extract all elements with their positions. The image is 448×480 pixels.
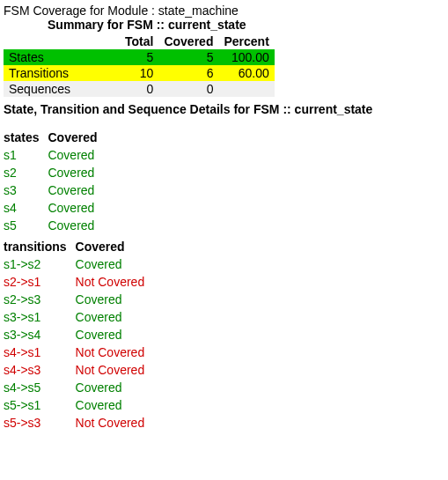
summary-percent [218,81,274,97]
summary-header-covered: Covered [158,33,218,49]
detail-name: s4->s3 [4,361,76,379]
transition-row: s2->s3Covered [4,291,153,308]
summary-label: States [4,49,120,65]
summary-covered: 5 [158,49,218,65]
detail-name: s3 [4,181,48,199]
detail-status: Not Covered [76,343,154,361]
states-col-name: states [4,129,48,146]
summary-total: 0 [120,81,158,97]
detail-status: Not Covered [76,273,154,291]
summary-row: Transitions10660.00 [4,65,275,81]
detail-name: s5->s3 [4,414,76,432]
detail-status: Covered [48,164,106,181]
detail-status: Covered [76,396,154,414]
detail-status: Covered [48,181,106,199]
transition-row: s3->s1Covered [4,308,153,326]
detail-status: Not Covered [76,361,154,379]
states-col-covered: Covered [48,129,106,146]
states-table: states Covered s1Covereds2Covereds3Cover… [4,129,106,234]
fsm-summary-title: Summary for FSM :: current_state [4,18,444,32]
transition-row: s4->s1Not Covered [4,343,153,361]
detail-name: s1->s2 [4,255,76,273]
transitions-table: transitions Covered s1->s2Covereds2->s1N… [4,238,153,432]
summary-header-total: Total [120,33,158,49]
transitions-col-name: transitions [4,238,76,255]
summary-header-blank [4,33,120,49]
summary-table: Total Covered Percent States55100.00Tran… [4,33,275,97]
summary-label: Transitions [4,65,120,81]
summary-percent: 60.00 [218,65,274,81]
detail-name: s5 [4,217,48,234]
detail-name: s2->s1 [4,273,76,291]
detail-name: s3->s1 [4,308,76,326]
state-row: s2Covered [4,164,106,181]
detail-name: s5->s1 [4,396,76,414]
detail-status: Covered [76,308,154,326]
detail-name: s4->s1 [4,343,76,361]
transition-row: s4->s3Not Covered [4,361,153,379]
state-row: s1Covered [4,146,106,164]
transitions-col-covered: Covered [76,238,154,255]
summary-total: 10 [120,65,158,81]
detail-status: Covered [48,217,106,234]
summary-total: 5 [120,49,158,65]
detail-name: s4->s5 [4,379,76,396]
detail-status: Covered [76,291,154,308]
transition-row: s5->s3Not Covered [4,414,153,432]
details-header: State, Transition and Sequence Details f… [4,102,444,116]
summary-percent: 100.00 [218,49,274,65]
summary-row: Sequences00 [4,81,275,97]
transition-row: s3->s4Covered [4,326,153,343]
summary-label: Sequences [4,81,120,97]
state-row: s5Covered [4,217,106,234]
detail-name: s2->s3 [4,291,76,308]
detail-status: Covered [76,255,154,273]
transition-row: s1->s2Covered [4,255,153,273]
detail-name: s2 [4,164,48,181]
state-row: s4Covered [4,199,106,217]
detail-name: s3->s4 [4,326,76,343]
summary-covered: 6 [158,65,218,81]
summary-header-percent: Percent [218,33,274,49]
detail-status: Covered [48,199,106,217]
detail-name: s1 [4,146,48,164]
transition-row: s5->s1Covered [4,396,153,414]
detail-status: Covered [48,146,106,164]
transition-row: s2->s1Not Covered [4,273,153,291]
state-row: s3Covered [4,181,106,199]
transition-row: s4->s5Covered [4,379,153,396]
detail-status: Covered [76,379,154,396]
page-title: FSM Coverage for Module : state_machine [4,4,444,18]
summary-covered: 0 [158,81,218,97]
detail-status: Covered [76,326,154,343]
summary-row: States55100.00 [4,49,275,65]
detail-name: s4 [4,199,48,217]
detail-status: Not Covered [76,414,154,432]
